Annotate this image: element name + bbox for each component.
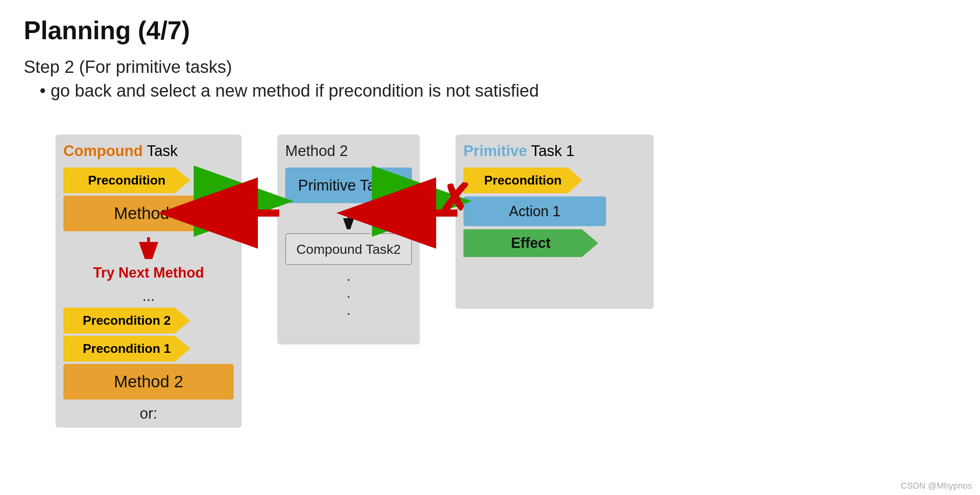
compound-task2-rect: Compound Task2 [285,233,412,265]
watermark: CSDN @Mhypnos [901,481,972,491]
compound-task-title: Compound Task [63,143,234,160]
method1-rect: Method 1 [63,196,234,231]
method2-box: Method 2 Primitive Task1 Compound [277,135,420,345]
action1-rect: Action 1 [463,196,606,226]
compound-task-box: Compound Task Precondition Method 1 [55,135,242,428]
primitive-task1-box: Primitive Task 1 Precondition Action 1 E… [456,135,654,309]
black-down-arrow-icon [341,209,357,229]
try-next-label: Try Next Method [93,265,204,281]
method2-title: Method 2 [285,143,412,160]
compound-word: Compound [63,143,143,159]
red-down-arrow-icon [139,235,158,259]
method2-bottom-rect: Method 2 [63,364,234,400]
compound-precondition-shape: Precondition [63,168,190,193]
or-label: or: [63,405,234,422]
primitive-task1-rect: Primitive Task1 [285,168,412,203]
diagram-area: Compound Task Precondition Method 1 [24,111,955,467]
compound-precondition2-shape: Precondition 2 [63,308,190,333]
effect-shape: Effect [463,229,598,257]
bullet-point: • go back and select a new method if pre… [40,81,956,101]
red-x-mark: ✗ [436,179,472,223]
compound-precondition3-shape: Precondition 1 [63,336,190,362]
page-title: Planning (4/7) [24,16,956,45]
primitive-task1-title: Primitive Task 1 [463,143,646,160]
primitive-precondition-shape: Precondition [463,168,582,193]
subtitle: Step 2 (For primitive tasks) [24,57,956,77]
primitive-word: Primitive [463,143,527,159]
page: Planning (4/7) Step 2 (For primitive tas… [0,0,980,495]
dots-label: ... [63,287,234,305]
method2-dots: ··· [285,270,412,322]
